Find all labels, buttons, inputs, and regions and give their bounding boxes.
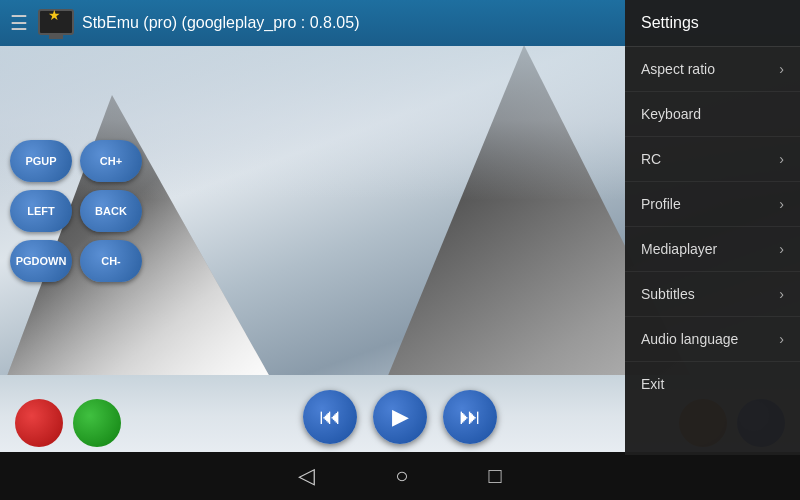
- hamburger-icon[interactable]: ☰: [10, 11, 28, 35]
- menu-item-exit-label: Exit: [641, 376, 664, 392]
- left-button[interactable]: LEFT: [10, 190, 72, 232]
- dropdown-menu: Settings Aspect ratio › Keyboard RC › Pr…: [625, 0, 800, 455]
- tv-icon: ★: [38, 9, 74, 35]
- menu-item-subtitles-label: Subtitles: [641, 286, 695, 302]
- menu-item-profile[interactable]: Profile ›: [625, 182, 800, 227]
- rewind-icon: ⏮: [319, 404, 341, 430]
- pgup-button[interactable]: PGUP: [10, 140, 72, 182]
- menu-item-aspect-ratio[interactable]: Aspect ratio ›: [625, 47, 800, 92]
- nav-back-icon[interactable]: ◁: [298, 463, 315, 489]
- controls-overlay: PGUP CH+ LEFT BACK PGDOWN CH-: [10, 140, 142, 282]
- chevron-right-icon-subtitles: ›: [779, 286, 784, 302]
- chevron-right-icon-audio: ›: [779, 331, 784, 347]
- menu-item-audio-language[interactable]: Audio language ›: [625, 317, 800, 362]
- play-icon: ▶: [392, 404, 409, 430]
- fastforward-button[interactable]: ⏭: [443, 390, 497, 444]
- fastforward-icon: ⏭: [459, 404, 481, 430]
- menu-item-audio-language-label: Audio language: [641, 331, 738, 347]
- ctrl-row-3: PGDOWN CH-: [10, 240, 142, 282]
- menu-item-exit[interactable]: Exit: [625, 362, 800, 406]
- menu-header: Settings: [625, 0, 800, 47]
- menu-item-profile-label: Profile: [641, 196, 681, 212]
- chevron-right-icon-mediaplayer: ›: [779, 241, 784, 257]
- ctrl-row-2: LEFT BACK: [10, 190, 142, 232]
- menu-item-rc[interactable]: RC ›: [625, 137, 800, 182]
- menu-item-aspect-ratio-label: Aspect ratio: [641, 61, 715, 77]
- pgdown-button[interactable]: PGDOWN: [10, 240, 72, 282]
- menu-item-rc-label: RC: [641, 151, 661, 167]
- ctrl-row-1: PGUP CH+: [10, 140, 142, 182]
- chevron-right-icon-profile: ›: [779, 196, 784, 212]
- menu-item-keyboard[interactable]: Keyboard: [625, 92, 800, 137]
- chminus-button[interactable]: CH-: [80, 240, 142, 282]
- app-icon: ★: [38, 9, 74, 37]
- back-button[interactable]: BACK: [80, 190, 142, 232]
- nav-bar: ◁ ○ □: [0, 452, 800, 500]
- nav-recents-icon[interactable]: □: [489, 463, 502, 489]
- star-icon: ★: [48, 7, 61, 23]
- chplus-button[interactable]: CH+: [80, 140, 142, 182]
- menu-item-keyboard-label: Keyboard: [641, 106, 701, 122]
- rewind-button[interactable]: ⏮: [303, 390, 357, 444]
- chevron-right-icon: ›: [779, 61, 784, 77]
- chevron-right-icon-rc: ›: [779, 151, 784, 167]
- menu-item-mediaplayer-label: Mediaplayer: [641, 241, 717, 257]
- nav-home-icon[interactable]: ○: [395, 463, 408, 489]
- menu-item-mediaplayer[interactable]: Mediaplayer ›: [625, 227, 800, 272]
- menu-item-subtitles[interactable]: Subtitles ›: [625, 272, 800, 317]
- play-button[interactable]: ▶: [373, 390, 427, 444]
